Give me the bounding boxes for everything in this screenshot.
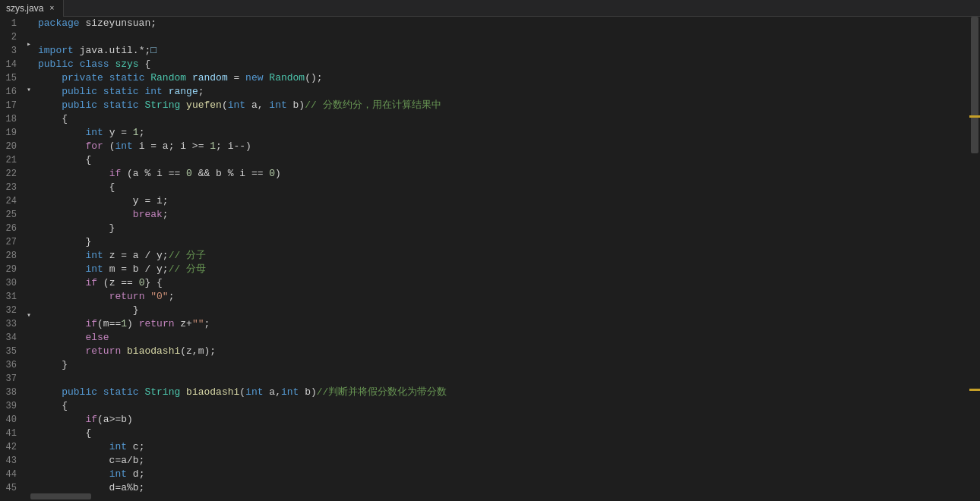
code-line [35, 372, 969, 386]
code-line: return biaodashi(z,m); [35, 345, 969, 358]
scrollbar-h-thumb[interactable] [30, 493, 91, 499]
fold-indicator [23, 386, 35, 397]
code-line: if(m==1) return z+""; [35, 317, 969, 331]
fold-indicator [23, 266, 35, 277]
fold-indicator [23, 62, 35, 73]
code-line: { [35, 399, 969, 413]
line-number: 17 [0, 99, 20, 112]
fold-indicator [23, 203, 35, 213]
code-line: int y = 1; [35, 126, 969, 140]
code-line: int c; [35, 440, 969, 454]
fold-indicator [23, 354, 35, 365]
fold-indicator [23, 397, 35, 408]
fold-indicator [23, 97, 35, 108]
fold-indicator [23, 428, 35, 439]
code-line: } [35, 304, 969, 317]
code-line: return "0"; [35, 290, 969, 304]
scrollbar-thumb[interactable] [971, 17, 978, 153]
fold-indicator [23, 181, 35, 192]
line-number: 41 [0, 427, 20, 440]
line-number: 38 [0, 386, 20, 399]
fold-indicator [23, 213, 35, 224]
fold-indicator [23, 481, 35, 492]
line-number: 29 [0, 263, 20, 276]
fold-indicator [23, 460, 35, 471]
line-number: 31 [0, 290, 20, 304]
scrollbar-highlight-2 [969, 389, 980, 391]
code-line: if (z == 0} { [35, 276, 969, 290]
code-line: c=a/b; [35, 454, 969, 468]
fold-indicator [23, 256, 35, 266]
line-number: 20 [0, 140, 20, 153]
horizontal-scrollbar[interactable] [0, 492, 980, 501]
line-number: 26 [0, 222, 20, 235]
fold-indicator [23, 333, 35, 344]
vertical-scrollbar[interactable] [969, 17, 980, 492]
line-number: 3 [0, 44, 20, 58]
fold-indicator [23, 449, 35, 460]
line-number: 42 [0, 440, 20, 454]
fold-indicator [23, 298, 35, 309]
code-line: import java.util.*;□ [35, 44, 969, 58]
line-number: 43 [0, 454, 20, 468]
code-line: public static int range; [35, 85, 969, 99]
fold-indicator [23, 288, 35, 298]
fold-indicator[interactable]: ▾ [23, 309, 35, 323]
code-line: if(a>=b) [35, 413, 969, 427]
fold-indicator [23, 118, 35, 129]
line-number: 19 [0, 126, 20, 140]
editor-tab[interactable]: szys.java × [0, 0, 64, 17]
fold-indicator [23, 344, 35, 354]
line-number: 27 [0, 235, 20, 249]
fold-indicator [23, 439, 35, 449]
fold-indicators[interactable]: ▸▾▾ [23, 17, 35, 492]
code-line: { [35, 153, 969, 167]
line-number: 36 [0, 358, 20, 372]
code-line: } [35, 358, 969, 372]
line-number: 35 [0, 345, 20, 358]
fold-indicator [23, 160, 35, 171]
line-number: 18 [0, 112, 20, 126]
line-number: 45 [0, 481, 20, 492]
line-number: 37 [0, 372, 20, 386]
code-line: } [35, 222, 969, 235]
fold-indicator[interactable]: ▾ [23, 84, 35, 97]
fold-indicator [23, 245, 35, 256]
fold-indicator [23, 140, 35, 150]
code-line: public class szys { [35, 58, 969, 71]
tab-close-button[interactable]: × [46, 3, 57, 14]
code-line: { [35, 427, 969, 440]
line-number: 40 [0, 413, 20, 427]
code-line: { [35, 181, 969, 194]
code-line: } [35, 235, 969, 249]
scrollbar-highlight-1 [969, 115, 980, 118]
fold-indicator [23, 407, 35, 417]
code-line: break; [35, 208, 969, 222]
code-lines: package sizeyunsuan; import java.util.*;… [35, 17, 969, 492]
line-number: 34 [0, 331, 20, 345]
code-line [35, 30, 969, 44]
fold-indicator [23, 224, 35, 235]
fold-indicator [23, 108, 35, 118]
line-number: 25 [0, 208, 20, 222]
code-line: public static String yuefen(int a, int b… [35, 99, 969, 112]
code-content[interactable]: package sizeyunsuan; import java.util.*;… [35, 17, 969, 492]
fold-indicator [23, 235, 35, 245]
code-line: y = i; [35, 194, 969, 208]
code-line: else [35, 331, 969, 345]
code-line: public static String biaodashi(int a,int… [35, 386, 969, 399]
line-number: 32 [0, 304, 20, 317]
fold-indicator [23, 376, 35, 386]
code-line: for (int i = a; i >= 1; i--) [35, 140, 969, 153]
fold-indicator [23, 323, 35, 333]
line-number: 15 [0, 71, 20, 85]
line-number: 33 [0, 317, 20, 331]
tab-bar: szys.java × [0, 0, 980, 17]
fold-indicator[interactable]: ▸ [23, 38, 35, 52]
fold-indicator [23, 27, 35, 38]
editor-container: szys.java × 1231415161718192021222324252… [0, 0, 980, 501]
line-number: 28 [0, 249, 20, 263]
fold-indicator [23, 73, 35, 84]
code-line: int d; [35, 468, 969, 481]
line-number: 44 [0, 468, 20, 481]
